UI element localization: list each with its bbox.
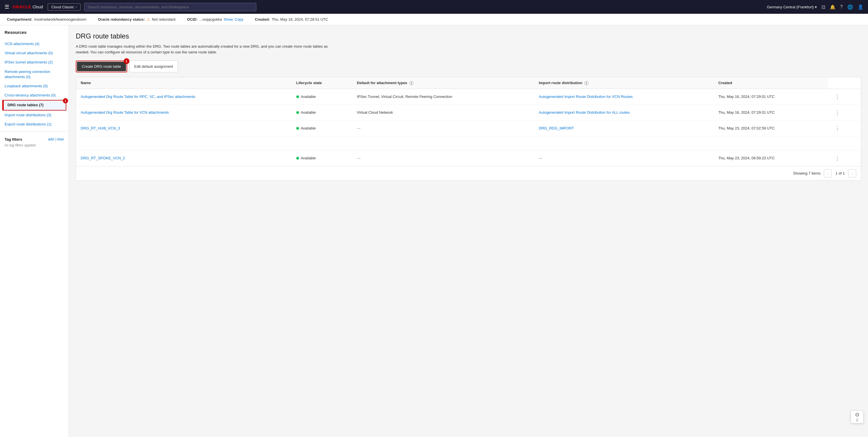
cloud-classic-chevron-icon: › <box>76 5 76 9</box>
row-0-created: Thu, May 16, 2024, 07:29:01 UTC <box>714 89 828 104</box>
create-button-badge: 1 <box>124 58 129 64</box>
row-1-status-dot <box>296 111 299 114</box>
row-3-more: ⋮ <box>828 150 861 166</box>
row-3-status-label: Available <box>301 156 316 160</box>
row-1-more-button[interactable]: ⋮ <box>832 108 842 117</box>
route-tables-table: Name Lifecycle state Default for attachm… <box>76 77 861 166</box>
table-row: DRG_RT_SPOKE_VCN_2 Available — — Thu, Ma… <box>76 150 861 166</box>
row-0-name-link[interactable]: Autogenerated Drg Route Table for RPC, V… <box>81 94 195 99</box>
sidebar-item-virtual-circuit-attachments[interactable]: Virtual circuit attachments (0) <box>0 49 69 58</box>
cloud-classic-button[interactable]: Cloud Classic › <box>48 3 81 11</box>
row-3-name: DRG_RT_SPOKE_VCN_2 <box>76 150 291 166</box>
row-1-default-attachment: Virtual Cloud Network <box>352 104 534 120</box>
row-3-status-badge: Available <box>296 156 348 160</box>
pagination-page-text: 1 of 1 <box>835 171 845 176</box>
region-selector[interactable]: Germany Central (Frankfurt) ▾ <box>767 5 817 9</box>
row-3-more-button[interactable]: ⋮ <box>832 154 842 162</box>
created-detail: Created: Thu, May 16, 2024, 07:28:51 UTC <box>255 17 328 22</box>
row-1-import-dist-link[interactable]: Autogenerated Import Route Distribution … <box>539 110 630 115</box>
col-header-default-attachment: Default for attachment types i <box>352 77 534 89</box>
row-3-status-dot <box>296 157 299 160</box>
showing-items-text: Showing 7 items <box>793 171 820 176</box>
ocid-label: OCID: <box>187 17 197 22</box>
tag-filters-links: add | clear <box>48 137 64 141</box>
row-2-status-label: Available <box>301 126 316 130</box>
row-2-import-dist-link[interactable]: DRG_RDG_IMPORT <box>539 126 574 130</box>
sidebar-active-box: 2 DRG route tables (7) <box>2 100 66 110</box>
created-label: Created: <box>255 17 270 22</box>
sidebar-item-ipsec-tunnel-attachments[interactable]: IPSec tunnel attachments (2) <box>0 58 69 67</box>
edit-default-assignment-button[interactable]: Edit default assignment <box>129 61 178 72</box>
row-3-created: Thu, May 23, 2024, 06:59:23 UTC <box>714 150 828 166</box>
sidebar-item-remote-peering-attachments[interactable]: Remote peering connection attachments (0… <box>0 67 69 82</box>
globe-icon[interactable]: 🌐 <box>847 4 853 10</box>
main-layout: Resources VCN attachments (4) Virtual ci… <box>0 25 868 437</box>
oracle-logo: ORACLE Cloud <box>12 5 43 9</box>
tag-filters-header: Tag filters add | clear <box>5 137 64 142</box>
table-row: DRG_RT_HUB_VCN_3 Available — DRG_RDG_IM <box>76 120 861 136</box>
redundancy-value: Not redundant <box>152 17 175 22</box>
details-bar: Compartment: /root/network/lwannoogendoo… <box>0 14 868 25</box>
compartment-label: Compartment: <box>7 17 32 22</box>
pagination-prev-button[interactable]: ‹ <box>824 169 832 178</box>
page-content: DRG route tables A DRG route table manag… <box>69 25 868 187</box>
sidebar-item-vcn-attachments[interactable]: VCN attachments (4) <box>0 39 69 49</box>
sidebar-item-cross-tenancy-attachments[interactable]: Cross-tenancy attachments (0) <box>0 91 69 100</box>
row-3-name-link[interactable]: DRG_RT_SPOKE_VCN_2 <box>81 156 125 160</box>
main-content: DRG route tables A DRG route table manag… <box>69 25 868 437</box>
row-1-status-badge: Available <box>296 110 348 115</box>
hamburger-icon[interactable]: ☰ <box>5 4 9 10</box>
row-0-more: ⋮ <box>828 89 861 104</box>
create-drg-route-table-button[interactable]: Create DRG route table <box>77 62 126 71</box>
ocid-show-link[interactable]: Show <box>224 17 233 22</box>
pagination-next-button[interactable]: › <box>848 169 856 178</box>
compartment-detail: Compartment: /root/network/lwannoogendoo… <box>7 17 86 22</box>
sidebar-item-drg-route-tables[interactable]: DRG route tables (7) <box>3 100 66 110</box>
help-icon[interactable]: ? <box>840 4 843 9</box>
row-2-created: Thu, May 23, 2024, 07:02:59 UTC <box>714 120 828 136</box>
row-1-name-link[interactable]: Autogenerated Drg Route Table for VCN at… <box>81 110 169 115</box>
warning-icon: ⚠ <box>147 17 150 22</box>
help-widget[interactable]: ⊙ ⠿ <box>851 411 863 423</box>
button-row: 1 Create DRG route table Edit default as… <box>76 61 861 72</box>
add-tag-filter-link[interactable]: add <box>48 137 54 141</box>
console-icon[interactable]: ⊡ <box>822 4 825 10</box>
import-distribution-info-icon[interactable]: i <box>584 81 588 85</box>
row-0-status-badge: Available <box>296 94 348 99</box>
user-icon[interactable]: 👤 <box>858 4 863 10</box>
sidebar-item-export-route-distributions[interactable]: Export route distributions (1) <box>0 120 69 129</box>
ocid-value: ...vxqqcgvkka <box>199 17 222 22</box>
redundancy-label: Oracle redundancy status: <box>98 17 145 22</box>
row-2-default-attachment: — <box>352 120 534 136</box>
row-0-more-button[interactable]: ⋮ <box>832 92 842 101</box>
search-input[interactable] <box>84 3 256 11</box>
table-row: Autogenerated Drg Route Table for VCN at… <box>76 104 861 120</box>
row-3-import-distribution: — <box>534 150 714 166</box>
clear-tag-filter-link[interactable]: clear <box>57 137 64 141</box>
row-2-more-button[interactable]: ⋮ <box>832 124 842 133</box>
sidebar-item-loopback-attachments[interactable]: Loopback attachments (0) <box>0 82 69 91</box>
row-0-status-dot <box>296 95 299 98</box>
row-2-name-link[interactable]: DRG_RT_HUB_VCN_3 <box>81 126 120 130</box>
row-3-default-attachment: — <box>352 150 534 166</box>
ocid-copy-link[interactable]: Copy <box>235 17 243 22</box>
col-header-name: Name <box>76 77 291 89</box>
col-header-import-distribution: Import route distribution i <box>534 77 714 89</box>
row-0-import-dist-link[interactable]: Autogenerated Import Route Distribution … <box>539 94 632 99</box>
sidebar-item-import-route-distributions[interactable]: Import route distributions (3) <box>0 111 69 120</box>
row-0-name: Autogenerated Drg Route Table for RPC, V… <box>76 89 291 104</box>
row-1-lifecycle: Available <box>291 104 352 120</box>
row-1-import-distribution: Autogenerated Import Route Distribution … <box>534 104 714 120</box>
page-title: DRG route tables <box>76 32 861 40</box>
default-attachment-info-icon[interactable]: i <box>409 81 413 85</box>
sidebar-title: Resources <box>0 30 69 39</box>
no-tags-text: no tag filters applied <box>5 143 64 147</box>
row-0-status-label: Available <box>301 94 316 99</box>
top-nav: ☰ ORACLE Cloud Cloud Classic › Germany C… <box>0 0 868 14</box>
table-row: Autogenerated Drg Route Table for RPC, V… <box>76 89 861 104</box>
sidebar-divider <box>0 131 69 131</box>
redundancy-detail: Oracle redundancy status: ⚠ Not redundan… <box>98 17 175 22</box>
drg-route-tables-badge: 2 <box>63 98 68 103</box>
bell-icon[interactable]: 🔔 <box>830 4 836 10</box>
table-header-row: Name Lifecycle state Default for attachm… <box>76 77 861 89</box>
